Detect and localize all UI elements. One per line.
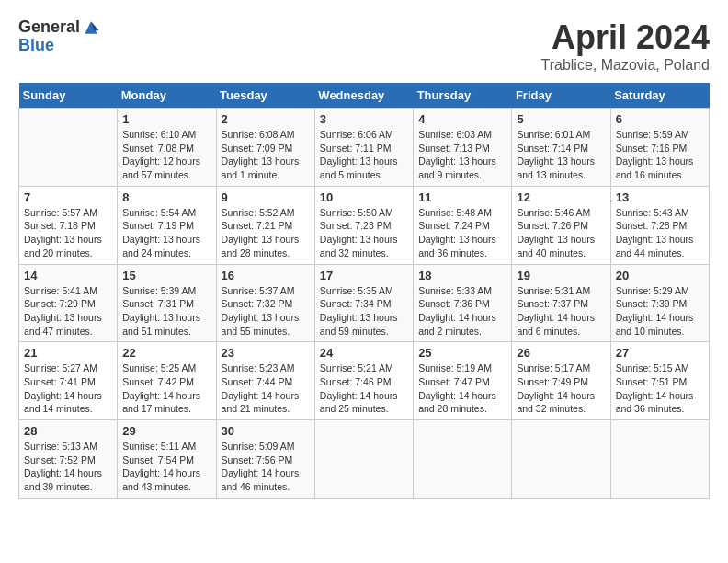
calendar-day: 22Sunrise: 5:25 AMSunset: 7:42 PMDayligh… (118, 342, 216, 420)
day-number: 15 (122, 269, 210, 282)
header-day-monday: Monday (118, 83, 216, 109)
day-number: 29 (122, 424, 210, 438)
day-info: Sunrise: 5:46 AMSunset: 7:26 PMDaylight:… (517, 206, 605, 260)
calendar-day: 6Sunrise: 5:59 AMSunset: 7:16 PMDaylight… (610, 109, 709, 187)
day-number: 17 (320, 269, 408, 282)
calendar-day: 26Sunrise: 5:17 AMSunset: 7:49 PMDayligh… (512, 342, 610, 420)
day-info: Sunrise: 5:35 AMSunset: 7:34 PMDaylight:… (320, 284, 408, 339)
day-number: 23 (222, 346, 310, 360)
day-number: 6 (616, 112, 704, 126)
calendar-day: 1Sunrise: 6:10 AMSunset: 7:08 PMDaylight… (118, 109, 216, 187)
day-number: 25 (418, 346, 506, 360)
day-info: Sunrise: 5:41 AMSunset: 7:29 PMDaylight:… (24, 284, 112, 339)
header-row: SundayMondayTuesdayWednesdayThursdayFrid… (19, 83, 710, 109)
day-number: 12 (517, 190, 605, 204)
calendar-day: 25Sunrise: 5:19 AMSunset: 7:47 PMDayligh… (414, 342, 512, 420)
day-info: Sunrise: 5:37 AMSunset: 7:32 PMDaylight:… (222, 284, 310, 339)
month-title: April 2024 (541, 18, 711, 57)
calendar-day: 11Sunrise: 5:48 AMSunset: 7:24 PMDayligh… (414, 186, 512, 264)
calendar-day: 17Sunrise: 5:35 AMSunset: 7:34 PMDayligh… (314, 264, 413, 342)
title-area: April 2024 Trablice, Mazovia, Poland (541, 18, 711, 74)
calendar-day: 8Sunrise: 5:54 AMSunset: 7:19 PMDaylight… (118, 186, 216, 264)
day-number: 1 (122, 112, 210, 126)
day-info: Sunrise: 5:19 AMSunset: 7:47 PMDaylight:… (418, 362, 506, 416)
day-info: Sunrise: 5:31 AMSunset: 7:37 PMDaylight:… (517, 284, 605, 339)
calendar-body: 1Sunrise: 6:10 AMSunset: 7:08 PMDaylight… (19, 109, 710, 499)
calendar-day: 4Sunrise: 6:03 AMSunset: 7:13 PMDaylight… (414, 109, 512, 187)
calendar-week-2: 7Sunrise: 5:57 AMSunset: 7:18 PMDaylight… (19, 186, 710, 264)
logo: General Blue (18, 18, 100, 55)
day-number: 5 (517, 112, 605, 126)
calendar-day: 9Sunrise: 5:52 AMSunset: 7:21 PMDaylight… (216, 186, 314, 264)
logo-icon (82, 18, 100, 37)
day-number: 16 (222, 269, 310, 282)
calendar-day (512, 420, 610, 499)
calendar-day (414, 420, 512, 499)
day-info: Sunrise: 5:33 AMSunset: 7:36 PMDaylight:… (418, 284, 506, 339)
day-info: Sunrise: 5:11 AMSunset: 7:54 PMDaylight:… (122, 440, 210, 494)
day-info: Sunrise: 6:06 AMSunset: 7:11 PMDaylight:… (320, 128, 408, 182)
calendar-day: 19Sunrise: 5:31 AMSunset: 7:37 PMDayligh… (512, 264, 610, 342)
calendar-day: 3Sunrise: 6:06 AMSunset: 7:11 PMDaylight… (314, 109, 413, 187)
day-info: Sunrise: 5:23 AMSunset: 7:44 PMDaylight:… (222, 362, 310, 416)
day-number: 28 (24, 424, 112, 438)
calendar-day: 27Sunrise: 5:15 AMSunset: 7:51 PMDayligh… (610, 342, 709, 420)
day-number: 9 (222, 190, 310, 204)
day-number: 10 (320, 190, 408, 204)
day-number: 19 (517, 269, 605, 282)
day-info: Sunrise: 5:25 AMSunset: 7:42 PMDaylight:… (122, 362, 210, 416)
day-info: Sunrise: 5:54 AMSunset: 7:19 PMDaylight:… (122, 206, 210, 260)
calendar-day: 13Sunrise: 5:43 AMSunset: 7:28 PMDayligh… (610, 186, 709, 264)
calendar-day: 28Sunrise: 5:13 AMSunset: 7:52 PMDayligh… (19, 420, 118, 499)
header-day-saturday: Saturday (610, 83, 709, 109)
day-info: Sunrise: 6:08 AMSunset: 7:09 PMDaylight:… (222, 128, 310, 182)
day-info: Sunrise: 5:43 AMSunset: 7:28 PMDaylight:… (616, 206, 704, 260)
logo-blue-text: Blue (18, 37, 100, 55)
day-number: 24 (320, 346, 408, 360)
calendar-table: SundayMondayTuesdayWednesdayThursdayFrid… (18, 83, 710, 499)
calendar-week-1: 1Sunrise: 6:10 AMSunset: 7:08 PMDaylight… (19, 109, 710, 187)
day-info: Sunrise: 6:03 AMSunset: 7:13 PMDaylight:… (418, 128, 506, 182)
day-info: Sunrise: 5:29 AMSunset: 7:39 PMDaylight:… (616, 284, 704, 339)
calendar-day (314, 420, 413, 499)
day-info: Sunrise: 5:15 AMSunset: 7:51 PMDaylight:… (616, 362, 704, 416)
calendar-day: 21Sunrise: 5:27 AMSunset: 7:41 PMDayligh… (19, 342, 118, 420)
calendar-header: SundayMondayTuesdayWednesdayThursdayFrid… (19, 83, 710, 109)
calendar-day: 30Sunrise: 5:09 AMSunset: 7:56 PMDayligh… (216, 420, 314, 499)
day-number: 22 (122, 346, 210, 360)
calendar-day: 2Sunrise: 6:08 AMSunset: 7:09 PMDaylight… (216, 109, 314, 187)
subtitle: Trablice, Mazovia, Poland (541, 57, 711, 74)
day-number: 13 (616, 190, 704, 204)
day-number: 2 (222, 112, 310, 126)
header: General Blue April 2024 Trablice, Mazovi… (18, 18, 710, 74)
day-info: Sunrise: 5:21 AMSunset: 7:46 PMDaylight:… (320, 362, 408, 416)
calendar-day: 16Sunrise: 5:37 AMSunset: 7:32 PMDayligh… (216, 264, 314, 342)
calendar-day: 10Sunrise: 5:50 AMSunset: 7:23 PMDayligh… (314, 186, 413, 264)
calendar-day: 23Sunrise: 5:23 AMSunset: 7:44 PMDayligh… (216, 342, 314, 420)
calendar-day (19, 109, 118, 187)
day-number: 20 (616, 269, 704, 282)
day-number: 7 (24, 190, 112, 204)
day-info: Sunrise: 5:48 AMSunset: 7:24 PMDaylight:… (418, 206, 506, 260)
day-number: 14 (24, 269, 112, 282)
day-number: 4 (418, 112, 506, 126)
calendar-day: 29Sunrise: 5:11 AMSunset: 7:54 PMDayligh… (118, 420, 216, 499)
calendar-day: 12Sunrise: 5:46 AMSunset: 7:26 PMDayligh… (512, 186, 610, 264)
calendar-day: 24Sunrise: 5:21 AMSunset: 7:46 PMDayligh… (314, 342, 413, 420)
day-info: Sunrise: 5:09 AMSunset: 7:56 PMDaylight:… (222, 440, 310, 494)
day-info: Sunrise: 5:52 AMSunset: 7:21 PMDaylight:… (222, 206, 310, 260)
day-number: 21 (24, 346, 112, 360)
calendar-week-4: 21Sunrise: 5:27 AMSunset: 7:41 PMDayligh… (19, 342, 710, 420)
calendar-day: 7Sunrise: 5:57 AMSunset: 7:18 PMDaylight… (19, 186, 118, 264)
day-info: Sunrise: 5:50 AMSunset: 7:23 PMDaylight:… (320, 206, 408, 260)
calendar-day: 18Sunrise: 5:33 AMSunset: 7:36 PMDayligh… (414, 264, 512, 342)
day-number: 18 (418, 269, 506, 282)
logo-general-text: General (18, 18, 80, 37)
header-day-thursday: Thursday (414, 83, 512, 109)
day-number: 26 (517, 346, 605, 360)
calendar-day: 5Sunrise: 6:01 AMSunset: 7:14 PMDaylight… (512, 109, 610, 187)
calendar-day (610, 420, 709, 499)
day-info: Sunrise: 6:10 AMSunset: 7:08 PMDaylight:… (122, 128, 210, 182)
day-info: Sunrise: 5:17 AMSunset: 7:49 PMDaylight:… (517, 362, 605, 416)
header-day-tuesday: Tuesday (216, 83, 314, 109)
